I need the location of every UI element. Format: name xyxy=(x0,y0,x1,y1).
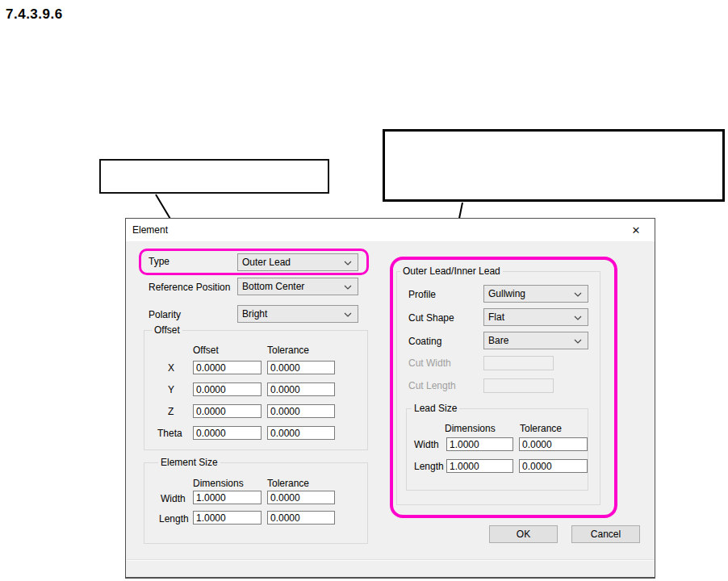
chevron-down-icon xyxy=(344,285,352,290)
cut-length-label: Cut Length xyxy=(408,380,456,391)
coating-combobox[interactable]: Bare xyxy=(483,332,588,349)
offset-tolerance-header: Tolerance xyxy=(267,345,309,356)
element-size-tolerance-header: Tolerance xyxy=(267,478,309,489)
type-combobox[interactable]: Outer Lead xyxy=(237,253,358,271)
cut-shape-value: Flat xyxy=(488,311,504,323)
reference-position-value: Bottom Center xyxy=(242,281,304,292)
annotation-callout-right xyxy=(383,129,725,202)
type-label: Type xyxy=(149,256,169,267)
profile-value: Gullwing xyxy=(488,288,525,299)
lead-length-tolerance-input[interactable] xyxy=(519,459,588,473)
offset-z-input[interactable] xyxy=(193,404,261,418)
profile-label: Profile xyxy=(408,289,436,300)
element-size-dimensions-header: Dimensions xyxy=(193,478,244,489)
page: { "page": { "section_number": "7.4.3.9.6… xyxy=(0,0,728,581)
cancel-button[interactable]: Cancel xyxy=(571,525,640,543)
offset-x-tolerance-input[interactable] xyxy=(267,361,335,374)
coating-value: Bare xyxy=(488,335,508,346)
offset-y-label: Y xyxy=(168,384,174,395)
lead-width-tolerance-input[interactable] xyxy=(519,437,588,451)
offset-x-input[interactable] xyxy=(193,361,261,374)
lead-size-group-title: Lead Size xyxy=(412,403,459,414)
close-icon[interactable]: ✕ xyxy=(622,219,650,241)
dialog-footer-divider xyxy=(127,559,654,561)
element-width-input[interactable] xyxy=(193,491,261,504)
polarity-value: Bright xyxy=(242,308,267,320)
lead-width-input[interactable] xyxy=(446,437,513,451)
offset-group-title: Offset xyxy=(152,324,182,336)
dialog-title: Element xyxy=(132,224,168,236)
cut-width-input xyxy=(483,356,554,370)
chevron-down-icon xyxy=(574,292,582,297)
element-size-group-title: Element Size xyxy=(158,457,220,468)
offset-theta-tolerance-input[interactable] xyxy=(267,426,335,440)
element-length-label: Length xyxy=(159,513,189,525)
cut-width-label: Cut Width xyxy=(408,357,451,369)
element-width-label: Width xyxy=(161,493,186,504)
chevron-down-icon xyxy=(574,316,582,320)
element-dialog: Element ✕ Type Outer Lead Reference Posi… xyxy=(125,218,655,579)
cut-length-input xyxy=(483,378,554,393)
chevron-down-icon xyxy=(574,339,582,344)
outer-lead-group-title: Outer Lead/Inner Lead xyxy=(400,265,503,277)
section-number: 7.4.3.9.6 xyxy=(6,6,63,23)
offset-x-label: X xyxy=(168,362,174,374)
cut-shape-combobox[interactable]: Flat xyxy=(483,308,588,326)
offset-theta-input[interactable] xyxy=(193,426,261,440)
offset-z-tolerance-input[interactable] xyxy=(267,404,335,418)
offset-col-header: Offset xyxy=(193,345,219,356)
element-length-tolerance-input[interactable] xyxy=(267,511,335,525)
offset-y-input[interactable] xyxy=(193,382,261,396)
dialog-titlebar[interactable]: Element ✕ xyxy=(126,219,655,241)
lead-size-tolerance-header: Tolerance xyxy=(520,423,562,434)
element-width-tolerance-input[interactable] xyxy=(267,491,335,504)
lead-length-input[interactable] xyxy=(446,459,513,473)
offset-theta-label: Theta xyxy=(157,428,182,439)
chevron-down-icon xyxy=(344,312,352,317)
ok-button[interactable]: OK xyxy=(489,525,558,543)
offset-y-tolerance-input[interactable] xyxy=(267,382,335,396)
annotation-callout-left xyxy=(99,159,329,194)
coating-label: Coating xyxy=(408,336,441,347)
polarity-combobox[interactable]: Bright xyxy=(237,305,358,323)
type-value: Outer Lead xyxy=(242,257,291,268)
reference-position-label: Reference Position xyxy=(149,282,230,293)
lead-length-label: Length xyxy=(414,461,444,472)
profile-combobox[interactable]: Gullwing xyxy=(483,285,588,303)
chevron-down-icon xyxy=(344,261,352,265)
polarity-label: Polarity xyxy=(149,309,181,320)
reference-position-combobox[interactable]: Bottom Center xyxy=(237,278,358,295)
cut-shape-label: Cut Shape xyxy=(408,312,454,324)
offset-z-label: Z xyxy=(168,406,174,417)
element-length-input[interactable] xyxy=(193,511,261,525)
lead-width-label: Width xyxy=(414,439,439,450)
lead-size-dimensions-header: Dimensions xyxy=(445,423,496,434)
